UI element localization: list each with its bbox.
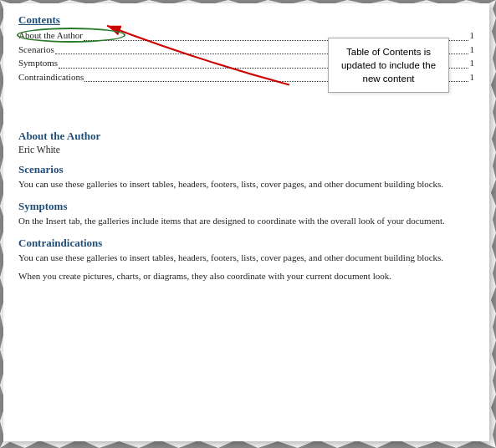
section-body-symptoms: On the Insert tab, the galleries include… (18, 215, 474, 228)
section-body-contraindications-2: When you create pictures, charts, or dia… (18, 270, 474, 283)
section-body-scenarios: You can use these galleries to insert ta… (18, 178, 474, 191)
toc-label-symptoms: Symptoms (18, 56, 58, 70)
section-scenarios: Scenarios You can use these galleries to… (18, 163, 474, 191)
toc-label-contraindications: Contraindications (18, 70, 84, 84)
section-about-author: About the Author Eric White (18, 130, 474, 155)
callout-text: Table of Contents is updated to include … (341, 47, 436, 84)
section-contraindications: Contraindications You can use these gall… (18, 237, 474, 283)
toc-title: Contents (18, 13, 474, 27)
section-author-name: Eric White (18, 145, 474, 155)
section-heading-about-author: About the Author (18, 130, 474, 143)
toc-label-scenarios: Scenarios (18, 43, 54, 57)
section-heading-symptoms: Symptoms (18, 200, 474, 213)
page-container: Contents About the Author 1 Scenarios 1 … (0, 0, 496, 448)
toc-page-symptoms: 1 (470, 56, 475, 70)
toc-page-scenarios: 1 (470, 43, 475, 57)
section-body-contraindications-1: You can use these galleries to insert ta… (18, 252, 474, 265)
callout-box: Table of Contents is updated to include … (328, 38, 449, 93)
section-symptoms: Symptoms On the Insert tab, the gallerie… (18, 200, 474, 228)
document-page: Contents About the Author 1 Scenarios 1 … (3, 3, 489, 441)
toc-page-about-author: 1 (470, 28, 475, 43)
section-heading-scenarios: Scenarios (18, 163, 474, 176)
callout-container: Table of Contents is updated to include … (328, 38, 449, 93)
document-content: Contents About the Author 1 Scenarios 1 … (18, 13, 474, 283)
toc-page-contraindications: 1 (470, 70, 475, 84)
section-heading-contraindications: Contraindications (18, 237, 474, 250)
toc-label-about-author: About the Author (18, 28, 83, 43)
